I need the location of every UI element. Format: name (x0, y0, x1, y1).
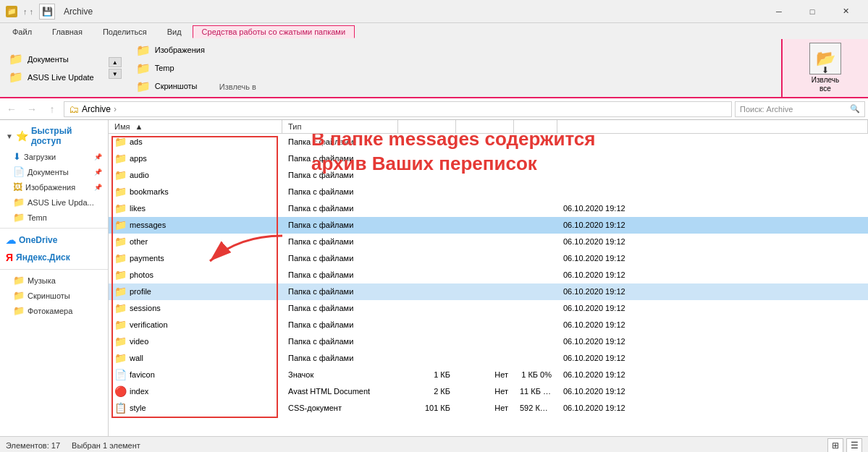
cell-comp: Нет (456, 402, 514, 414)
sidebar-item-downloads[interactable]: ⬇ Загрузки 📌 (0, 149, 108, 164)
sidebar-item-documents[interactable]: 📄 Документы 📌 (0, 164, 108, 179)
address-path[interactable]: 🗂 Archive › (64, 101, 732, 117)
minimize-button[interactable]: ─ (762, 0, 796, 23)
table-row[interactable]: 📁 ads Папка с файлами (109, 134, 868, 150)
sidebar-label-temp: Temп (28, 213, 47, 222)
table-row[interactable]: 📁 messages Папка с файлами 06.10.2020 19… (109, 217, 868, 234)
sidebar-item-camera[interactable]: 📁 Фотокамера (0, 303, 108, 318)
column-header-row: Имя ▲ Тип (109, 120, 868, 134)
folder-icon: 📁 (114, 219, 127, 231)
table-row[interactable]: 📁 bookmarks Папка с файлами (109, 184, 868, 200)
cell-size (398, 190, 456, 193)
file-name-text: other (130, 237, 148, 246)
sidebar-item-music[interactable]: 📁 Музыка (0, 273, 108, 288)
table-row[interactable]: 🔴 index Avast HTML Document 2 КБ Нет 11 … (109, 383, 868, 400)
sidebar-item-asus[interactable]: 📁 ASUS Live Upda... (0, 195, 108, 210)
folder-label-images: Изображения (155, 46, 205, 54)
file-name-text: favicon (130, 370, 155, 379)
folder-label-asus: ASUS Live Update (28, 73, 94, 82)
cell-type: Папка с файлами (282, 169, 398, 181)
col-header-name[interactable]: Имя ▲ (109, 120, 282, 133)
table-row[interactable]: 📁 apps Папка с файлами (109, 150, 868, 167)
folder-item-temp[interactable]: 📁 Temp (133, 61, 208, 76)
path-folder-icon: 🗂 (69, 103, 79, 115)
folder-icon: 📁 (114, 269, 127, 281)
file-name-text: wall (130, 354, 143, 362)
col-header-comp[interactable] (456, 120, 514, 133)
extract-down-arrow-icon: ⬇ (822, 65, 829, 75)
folder-icon: 📁 (114, 252, 127, 264)
table-row[interactable]: 📁 video Папка с файлами 06.10.2020 19:12 (109, 333, 868, 350)
table-row[interactable]: 📁 audio Папка с файлами (109, 167, 868, 184)
maximize-button[interactable]: □ (796, 0, 829, 23)
yandex-disk-header[interactable]: Я Яндекс.Диск (0, 249, 108, 266)
nav-forward-button[interactable]: → (23, 101, 41, 118)
table-row[interactable]: 📋 style CSS-документ 101 КБ Нет 592 КБ 8… (109, 400, 868, 417)
pin2-icon: 📌 (94, 169, 102, 176)
cell-ratio (514, 273, 557, 276)
sidebar-item-images[interactable]: 🖼 Изображения 📌 (0, 179, 108, 195)
col-type-label: Тип (288, 122, 301, 131)
tab-tools[interactable]: Средства работы со сжатыми папками (193, 25, 355, 38)
cell-comp (456, 290, 514, 293)
folder-item-documents[interactable]: 📁 Документы (6, 51, 97, 67)
cell-size (398, 357, 456, 359)
col-header-size[interactable] (398, 120, 456, 133)
sidebar-item-screenshots[interactable]: 📁 Скриншоты (0, 288, 108, 303)
view-list-button[interactable]: ☰ (846, 438, 862, 453)
camera-folder-icon: 📁 (13, 305, 25, 316)
file-name-text: ads (130, 137, 143, 146)
table-row[interactable]: 📁 payments Папка с файлами 06.10.2020 19… (109, 250, 868, 267)
table-row[interactable]: 📁 likes Папка с файлами 06.10.2020 19:12 (109, 200, 868, 217)
folder-icon: 📁 (114, 153, 127, 164)
tab-view[interactable]: Вид (158, 25, 191, 38)
folder-item-asus[interactable]: 📁 ASUS Live Update (6, 69, 97, 85)
cell-comp (456, 357, 514, 359)
table-row[interactable]: 📁 verification Папка с файлами 06.10.202… (109, 317, 868, 333)
table-row[interactable]: 📁 profile Папка с файлами 06.10.2020 19:… (109, 283, 868, 300)
table-row[interactable]: 📁 other Папка с файлами 06.10.2020 19:12 (109, 234, 868, 250)
cell-ratio (514, 257, 557, 260)
scroll-up-button[interactable]: ▲ (109, 57, 122, 67)
cell-type: Папка с файлами (282, 352, 398, 364)
cell-type: Папка с файлами (282, 336, 398, 347)
sidebar: ▼ ⭐ Быстрый доступ ⬇ Загрузки 📌 📄 Докуме… (0, 120, 109, 436)
cell-ratio (514, 140, 557, 143)
nav-back-button[interactable]: ← (3, 101, 20, 118)
cell-size (398, 223, 456, 226)
quick-save-button[interactable]: 💾 (39, 4, 55, 20)
table-row[interactable]: 📁 photos Папка с файлами 06.10.2020 19:1… (109, 267, 868, 283)
file-list-container: Имя ▲ Тип 📁 ads Папка с файлами � (109, 120, 868, 436)
table-row[interactable]: 📁 sessions Папка с файлами 06.10.2020 19… (109, 300, 868, 317)
tab-share[interactable]: Поделиться (93, 25, 156, 38)
title-bar-left: 📁 ↑ ↑ 💾 Archive (6, 4, 93, 20)
scroll-down-button[interactable]: ▼ (109, 69, 122, 79)
extract-all-icon[interactable]: 📂 ⬇ (809, 43, 841, 74)
tab-file[interactable]: Файл (3, 25, 41, 38)
folder-item-screenshots[interactable]: 📁 Скриншоты (133, 79, 208, 94)
cell-date: 06.10.2020 19:12 (557, 202, 868, 214)
cell-name: 📁 ads (109, 135, 282, 149)
onedrive-header[interactable]: ☁ OneDrive (0, 231, 108, 249)
col-header-ratio[interactable] (514, 120, 557, 133)
col-header-date[interactable] (557, 120, 868, 133)
cell-type: Папка с файлами (282, 302, 398, 314)
title-bar: 📁 ↑ ↑ 💾 Archive ─ □ ✕ (0, 0, 868, 23)
sidebar-item-temp[interactable]: 📁 Temп (0, 210, 108, 225)
cell-ratio (514, 157, 557, 160)
view-grid-button[interactable]: ⊞ (827, 438, 843, 453)
col-header-type[interactable]: Тип (282, 120, 398, 133)
cell-size (398, 290, 456, 293)
cell-date: 06.10.2020 19:12 (557, 252, 868, 264)
close-button[interactable]: ✕ (829, 0, 862, 23)
path-separator: › (114, 104, 117, 114)
cell-name: 📁 likes (109, 201, 282, 216)
table-row[interactable]: 📁 wall Папка с файлами 06.10.2020 19:12 (109, 350, 868, 367)
tab-home[interactable]: Главная (43, 25, 92, 38)
table-row[interactable]: 📄 favicon Значок 1 КБ Нет 1 КБ 0% 06.10.… (109, 367, 868, 383)
search-box[interactable]: Поиск: Archive 🔍 (735, 101, 865, 117)
folder-item-images[interactable]: 📁 Изображения (133, 43, 208, 58)
cell-type: Значок (282, 369, 398, 380)
nav-up-button[interactable]: ↑ (43, 101, 61, 118)
quick-access-header[interactable]: ▼ ⭐ Быстрый доступ (0, 123, 108, 149)
